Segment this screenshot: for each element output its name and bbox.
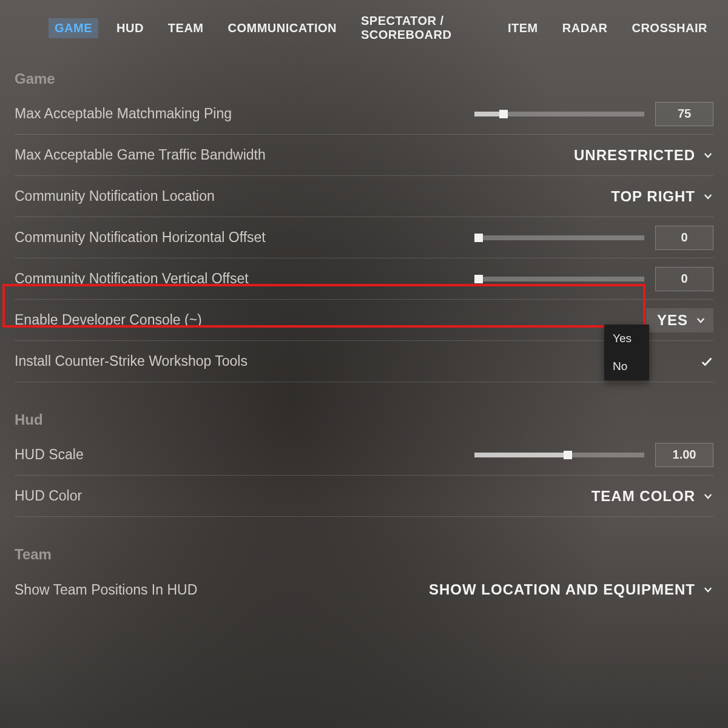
slider-notification-h-offset[interactable] [474,235,644,240]
tab-communication[interactable]: COMMUNICATION [222,18,343,38]
tab-team[interactable]: TEAM [162,18,210,38]
row-notification-h-offset: Community Notification Horizontal Offset… [15,217,713,258]
label-workshop-tools: Install Counter-Strike Workshop Tools [15,353,248,369]
tab-spectator-scoreboard[interactable]: SPECTATOR / SCOREBOARD [355,11,490,45]
value-notification-v-offset[interactable]: 0 [655,267,713,291]
chevron-down-icon [703,191,713,202]
row-matchmaking-ping: Max Acceptable Matchmaking Ping 75 [15,93,713,135]
dropdown-team-positions-value: SHOW LOCATION AND EQUIPMENT [429,581,695,598]
dropdown-hud-color-value: TEAM COLOR [592,488,695,505]
row-bandwidth: Max Acceptable Game Traffic Bandwidth UN… [15,135,713,176]
dropdown-notification-location[interactable]: TOP RIGHT [611,188,713,205]
tab-hud[interactable]: HUD [110,18,150,38]
chevron-down-icon [695,315,706,326]
tab-game[interactable]: GAME [49,18,98,38]
tabs-bar: GAME HUD TEAM COMMUNICATION SPECTATOR / … [15,7,713,53]
dropdown-notification-location-value: TOP RIGHT [611,188,695,205]
slider-notification-v-offset[interactable] [474,277,644,281]
chevron-down-icon [703,150,713,161]
chevron-down-icon [703,491,713,502]
value-matchmaking-ping[interactable]: 75 [655,102,713,126]
label-bandwidth: Max Acceptable Game Traffic Bandwidth [15,147,266,163]
tab-crosshair[interactable]: CROSSHAIR [625,18,713,38]
slider-matchmaking-ping[interactable] [474,112,644,116]
slider-hud-scale[interactable] [474,453,644,457]
section-title-team: Team [15,546,713,563]
dropdown-bandwidth[interactable]: UNRESTRICTED [574,147,713,164]
value-notification-h-offset[interactable]: 0 [655,226,713,250]
highlight-developer-console [2,284,645,328]
dropdown-hud-color[interactable]: TEAM COLOR [592,488,713,505]
row-notification-location: Community Notification Location TOP RIGH… [15,176,713,217]
value-hud-scale[interactable]: 1.00 [655,443,713,467]
row-hud-scale: HUD Scale 1.00 [15,434,713,476]
dropdown-option-no[interactable]: No [604,352,649,380]
label-team-positions: Show Team Positions In HUD [15,582,197,598]
dropdown-developer-console-value: YES [657,312,688,329]
dropdown-developer-console[interactable]: YES [646,308,713,332]
dropdown-option-yes[interactable]: Yes [604,325,649,352]
label-notification-h-offset: Community Notification Horizontal Offset [15,229,266,246]
tab-radar[interactable]: RADAR [556,18,614,38]
row-team-positions: Show Team Positions In HUD SHOW LOCATION… [15,569,713,610]
dropdown-menu-developer-console[interactable]: Yes No [604,325,649,380]
label-notification-location: Community Notification Location [15,188,215,204]
label-hud-scale: HUD Scale [15,447,84,463]
dropdown-workshop-tools[interactable] [700,355,713,368]
label-matchmaking-ping: Max Acceptable Matchmaking Ping [15,106,232,122]
dropdown-bandwidth-value: UNRESTRICTED [574,147,695,164]
row-hud-color: HUD Color TEAM COLOR [15,476,713,517]
label-hud-color: HUD Color [15,488,82,504]
section-title-game: Game [15,70,713,87]
tab-item[interactable]: ITEM [502,18,544,38]
chevron-down-icon [703,584,713,595]
section-title-hud: Hud [15,411,713,428]
dropdown-team-positions[interactable]: SHOW LOCATION AND EQUIPMENT [429,581,713,598]
check-icon [700,355,713,368]
